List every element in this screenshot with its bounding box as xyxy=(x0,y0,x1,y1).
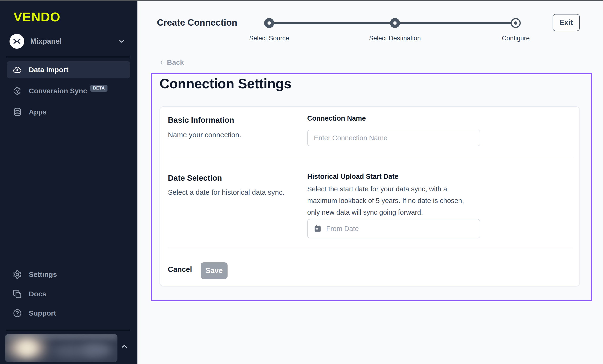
step-dot xyxy=(393,21,397,25)
date-selection-title: Date Selection xyxy=(168,174,222,183)
step-select-source[interactable] xyxy=(264,18,274,28)
sidebar-item-conversion-sync[interactable]: Conversion Sync BETA xyxy=(7,82,130,99)
window-top-edge xyxy=(0,0,603,1)
sidebar-item-support[interactable]: Support xyxy=(7,305,130,322)
vendo-logo: VENDO xyxy=(13,10,60,24)
step-label-select-destination: Select Destination xyxy=(345,35,445,42)
sidebar-item-apps[interactable]: Apps xyxy=(7,103,130,121)
avatar xyxy=(18,341,36,355)
chevron-down-icon xyxy=(118,37,126,45)
sidebar-divider xyxy=(6,57,130,57)
chevron-up-icon[interactable] xyxy=(120,342,129,351)
sidebar-item-label: Data Import xyxy=(29,66,69,74)
back-label: Back xyxy=(167,58,184,66)
basic-information-title: Basic Information xyxy=(168,116,234,125)
sidebar-item-docs[interactable]: Docs xyxy=(7,286,130,302)
workspace-selector[interactable]: Mixpanel xyxy=(10,33,128,49)
sidebar-divider xyxy=(6,330,130,330)
calendar-icon xyxy=(313,224,322,233)
step-label-select-source: Select Source xyxy=(219,35,319,42)
basic-information-subtitle: Name your connection. xyxy=(168,131,241,139)
historical-upload-help-text: Select the start date for your data sync… xyxy=(307,183,474,218)
back-link[interactable]: Back xyxy=(158,58,184,66)
docs-icon xyxy=(12,289,22,299)
sync-arrows-icon xyxy=(12,86,22,96)
workspace-name: Mixpanel xyxy=(30,37,118,45)
header-divider xyxy=(152,48,588,48)
step-dot xyxy=(267,21,271,25)
sidebar-item-label: Support xyxy=(29,309,56,317)
sidebar-item-label: Conversion Sync xyxy=(29,87,87,95)
connection-name-input[interactable] xyxy=(307,130,480,146)
database-icon xyxy=(12,107,22,117)
sidebar-item-data-import[interactable]: Data Import xyxy=(7,61,130,78)
step-label-configure: Configure xyxy=(466,35,566,42)
section-divider xyxy=(168,249,573,249)
from-date-picker[interactable] xyxy=(307,219,480,238)
save-button[interactable]: Save xyxy=(201,262,228,279)
panel-title: Connection Settings xyxy=(160,76,291,91)
cancel-button[interactable]: Cancel xyxy=(168,265,192,274)
section-divider xyxy=(168,157,573,157)
chevron-left-icon xyxy=(158,59,165,66)
blurred-user-info xyxy=(82,343,112,357)
sidebar: VENDO Mixpanel Data Import xyxy=(0,0,138,364)
step-select-destination[interactable] xyxy=(390,18,400,28)
step-configure[interactable] xyxy=(511,18,521,28)
sidebar-item-label: Docs xyxy=(29,290,46,298)
beta-badge: BETA xyxy=(90,85,107,92)
date-selection-subtitle: Select a date for historical data sync. xyxy=(168,188,284,196)
help-icon xyxy=(12,309,22,318)
mixpanel-logo-icon xyxy=(10,34,24,49)
page-title: Create Connection xyxy=(157,18,237,28)
sidebar-item-label: Apps xyxy=(29,108,46,116)
gear-icon xyxy=(12,270,22,279)
exit-button[interactable]: Exit xyxy=(553,14,580,31)
cloud-download-icon xyxy=(12,65,22,75)
from-date-input[interactable] xyxy=(326,225,474,233)
sidebar-item-label: Settings xyxy=(29,270,57,278)
historical-upload-start-date-label: Historical Upload Start Date xyxy=(307,173,398,180)
connection-name-label: Connection Name xyxy=(307,114,366,122)
sidebar-item-settings[interactable]: Settings xyxy=(7,266,130,283)
step-dot xyxy=(514,21,517,25)
user-account-button[interactable] xyxy=(5,334,117,362)
